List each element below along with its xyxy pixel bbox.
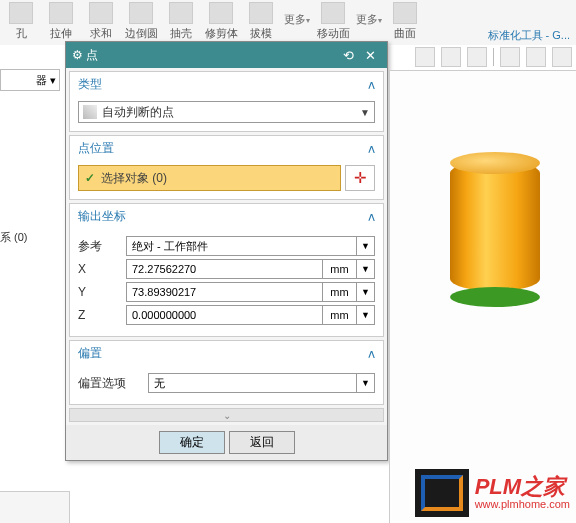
rib-more1[interactable]: 更多▾ (284, 2, 310, 27)
y-dd[interactable]: ▼ (357, 282, 375, 302)
collapsed-stub[interactable]: ⌄ (69, 408, 384, 422)
watermark-logo-icon (415, 469, 469, 517)
strip-ico-4[interactable] (500, 47, 520, 67)
watermark-url: www.plmhome.com (475, 498, 570, 510)
close-icon[interactable]: ✕ (359, 48, 381, 63)
y-input[interactable]: 73.89390217 (126, 282, 323, 302)
ref-combo[interactable]: 绝对 - 工作部件 (126, 236, 357, 256)
section-offset: 偏置ʌ 偏置选项 无 ▼ (69, 340, 384, 405)
ok-button[interactable]: 确定 (159, 431, 225, 454)
3d-viewport[interactable] (389, 70, 576, 523)
offset-label: 偏置选项 (78, 375, 148, 392)
rib-more2[interactable]: 更多▾ (356, 2, 382, 27)
ref-label: 参考 (78, 238, 126, 255)
section-output-header[interactable]: 输出坐标ʌ (70, 204, 383, 229)
section-position-header[interactable]: 点位置ʌ (70, 136, 383, 161)
x-unit: mm (323, 259, 357, 279)
rib-moveface[interactable]: 移动面 (316, 2, 350, 41)
offset-combo[interactable]: 无 (148, 373, 357, 393)
x-dd[interactable]: ▼ (357, 259, 375, 279)
rib-trim[interactable]: 修剪体 (204, 2, 238, 41)
rib-surface[interactable]: 曲面 (388, 2, 422, 41)
icon-strip (411, 45, 576, 69)
y-unit: mm (323, 282, 357, 302)
rib-draft[interactable]: 拔模 (244, 2, 278, 41)
section-position: 点位置ʌ ✓ 选择对象 (0) ✛ (69, 135, 384, 200)
check-icon: ✓ (85, 171, 95, 185)
section-output: 输出坐标ʌ 参考 绝对 - 工作部件 ▼ X 72.27562270 mm ▼ … (69, 203, 384, 337)
z-unit: mm (323, 305, 357, 325)
reset-icon[interactable]: ⟲ (337, 48, 359, 63)
strip-ico-6[interactable] (552, 47, 572, 67)
point-dialog: ⚙ 点 ⟲ ✕ 类型ʌ 自动判断的点 ▼ 点位置ʌ ✓ 选择对象 (0) (65, 41, 388, 461)
left-bottom-panel (0, 491, 70, 523)
z-dd[interactable]: ▼ (357, 305, 375, 325)
watermark: PLM之家 www.plmhome.com (415, 469, 570, 517)
rib-extrude[interactable]: 拉伸 (44, 2, 78, 41)
rib-hole[interactable]: 孔 (4, 2, 38, 41)
back-button[interactable]: 返回 (229, 431, 295, 454)
section-type: 类型ʌ 自动判断的点 ▼ (69, 71, 384, 132)
z-input[interactable]: 0.000000000 (126, 305, 323, 325)
type-combo[interactable]: 自动判断的点 ▼ (78, 101, 375, 123)
gear-icon[interactable]: ⚙ (72, 48, 83, 62)
cylinder-model[interactable] (450, 161, 540, 311)
select-object-field[interactable]: ✓ 选择对象 (0) (78, 165, 341, 191)
chevron-up-icon: ʌ (368, 78, 375, 92)
ref-dd[interactable]: ▼ (357, 236, 375, 256)
std-tool-link[interactable]: 标准化工具 - G... (488, 28, 571, 43)
left-combo-frag[interactable]: 器 ▾ (0, 69, 60, 91)
section-type-header[interactable]: 类型ʌ (70, 72, 383, 97)
strip-ico-1[interactable] (415, 47, 435, 67)
y-label: Y (78, 285, 126, 299)
x-label: X (78, 262, 126, 276)
left-tree-frag[interactable]: 系 (0) (0, 230, 48, 248)
rib-unite[interactable]: 求和 (84, 2, 118, 41)
ribbon-bar: 孔 拉伸 求和 边倒圆 抽壳 修剪体 拔模 更多▾ 移动面 更多▾ 曲面 标准化… (0, 0, 576, 45)
section-offset-header[interactable]: 偏置ʌ (70, 341, 383, 366)
watermark-brand: PLM之家 (475, 476, 570, 498)
strip-ico-2[interactable] (441, 47, 461, 67)
x-input[interactable]: 72.27562270 (126, 259, 323, 279)
pick-point-button[interactable]: ✛ (345, 165, 375, 191)
rib-edge[interactable]: 边倒圆 (124, 2, 158, 41)
strip-ico-5[interactable] (526, 47, 546, 67)
z-label: Z (78, 308, 126, 322)
dialog-titlebar: ⚙ 点 ⟲ ✕ (66, 42, 387, 68)
dialog-title: 点 (86, 47, 98, 64)
offset-dd[interactable]: ▼ (357, 373, 375, 393)
rib-shell[interactable]: 抽壳 (164, 2, 198, 41)
strip-ico-3[interactable] (467, 47, 487, 67)
dialog-actions: 确定 返回 (66, 425, 387, 460)
point-type-icon (83, 105, 97, 119)
